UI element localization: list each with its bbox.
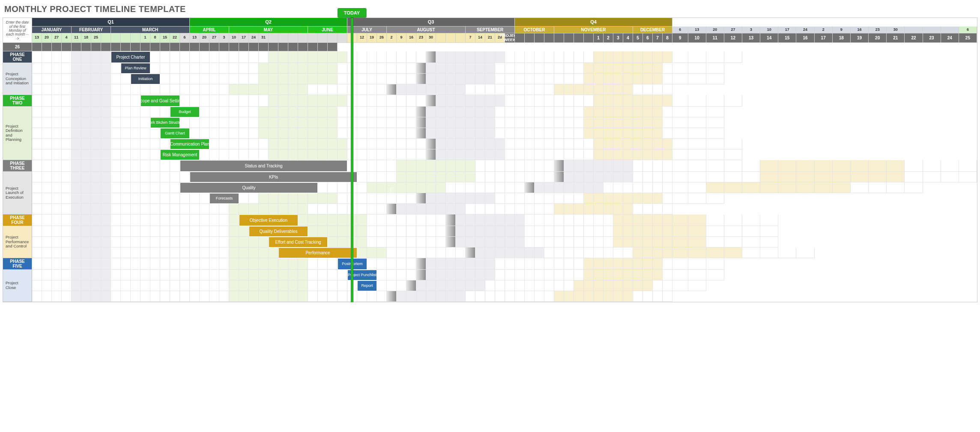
- grid-cell: [706, 247, 724, 258]
- grid-cell: [377, 193, 387, 204]
- grid-cell: [367, 172, 377, 182]
- grid-cell: [495, 149, 505, 160]
- grid-cell: [446, 95, 456, 107]
- grid-cell: [495, 74, 505, 84]
- grid-cell: [613, 237, 623, 247]
- grid-cell: [663, 247, 672, 258]
- grid-cell: [328, 226, 338, 237]
- grid-cell: [663, 63, 672, 74]
- grid-cell: [180, 84, 190, 95]
- task-bar[interactable]: Performance: [279, 248, 357, 258]
- month-header: AUGUST: [387, 27, 466, 33]
- task-bar[interactable]: Forecasts: [210, 194, 239, 203]
- grid-cell: [456, 51, 466, 63]
- grid-cell: [446, 182, 456, 193]
- task-bar[interactable]: Communication Plan: [170, 139, 209, 149]
- grid-cell: [466, 215, 475, 226]
- grid-cell: [653, 291, 663, 302]
- grid-cell: [308, 95, 318, 107]
- grid-cell: [564, 226, 574, 237]
- grid-cell: [308, 270, 318, 280]
- grid-cell: [338, 117, 347, 128]
- grid-cell: [32, 160, 42, 172]
- grid-cell: [131, 291, 140, 302]
- task-bar[interactable]: Project Charter: [111, 52, 150, 63]
- task-bar[interactable]: Scope and Goal Setting: [141, 95, 179, 106]
- grid-cell: [338, 51, 347, 63]
- day-header: 8: [150, 33, 160, 43]
- grid-cell: [229, 247, 239, 258]
- month-header: SEPTEMBER: [466, 27, 515, 33]
- grid-cell: [633, 95, 643, 107]
- grid-cell: [259, 280, 269, 291]
- grid-cell: [760, 172, 778, 182]
- task-bar[interactable]: Plan Review: [121, 63, 150, 73]
- grid-cell: [338, 193, 347, 204]
- task-bar[interactable]: Effort and Cost Tracking: [269, 237, 327, 247]
- grid-cell: [269, 204, 278, 215]
- project-week-cell: [328, 43, 338, 51]
- grid-cell: [564, 128, 574, 139]
- grid-cell: [466, 117, 475, 128]
- grid-cell: [180, 63, 190, 74]
- grid-cell: [308, 204, 318, 215]
- task-bar[interactable]: Report: [358, 281, 376, 291]
- grid-cell: [594, 107, 604, 117]
- grid-cell: [869, 160, 887, 172]
- grid-cell: [426, 84, 436, 95]
- task-bar[interactable]: Work Bkdwn Structure: [151, 118, 179, 128]
- task-bar[interactable]: Risk Management: [161, 150, 199, 160]
- grid-cell: [81, 95, 91, 107]
- grid-cell: [52, 51, 62, 63]
- grid-cell: [288, 128, 298, 139]
- grid-cell: [239, 280, 249, 291]
- grid-cell: [653, 149, 663, 160]
- grid-cell: [604, 291, 613, 302]
- grid-cell: [239, 74, 249, 84]
- grid-cell: [416, 74, 426, 84]
- grid-cell: [190, 84, 200, 95]
- grid-cell: [706, 172, 724, 182]
- grid-cell: [456, 204, 466, 215]
- grid-cell: [778, 247, 796, 258]
- project-week-cell: 12: [724, 33, 742, 43]
- grid-cell: [594, 172, 604, 182]
- task-bar[interactable]: Quality Deliverables: [249, 226, 308, 236]
- grid-cell: [525, 51, 535, 63]
- grid-cell: [574, 215, 584, 226]
- grid-cell: [535, 117, 544, 128]
- grid-cell: [633, 193, 643, 204]
- grid-cell: [180, 204, 190, 215]
- grid-cell: [239, 84, 249, 95]
- grid-cell: [594, 51, 604, 63]
- day-header: 17: [239, 33, 249, 43]
- project-week-cell: [42, 43, 52, 51]
- grid-cell: [406, 193, 416, 204]
- phase-header: PHASE THREE: [3, 160, 32, 172]
- project-week-cell: [308, 43, 318, 51]
- grid-cell: [52, 258, 62, 270]
- task-bar[interactable]: Quality: [180, 183, 317, 193]
- grid-cell: [278, 280, 288, 291]
- grid-cell: [594, 204, 604, 215]
- grid-cell: [456, 247, 466, 258]
- task-bar[interactable]: Gantt Chart: [161, 128, 189, 138]
- grid-cell: [91, 95, 101, 107]
- grid-cell: [633, 291, 643, 302]
- grid-cell: [249, 237, 259, 247]
- task-bar[interactable]: Initiation: [131, 74, 160, 84]
- grid-cell: [377, 160, 387, 172]
- grid-cell: [101, 117, 111, 128]
- grid-cell: [535, 247, 544, 258]
- grid-cell: [485, 215, 495, 226]
- task-bar[interactable]: Objective Execution: [239, 215, 298, 226]
- task-bar[interactable]: KPIs: [190, 172, 357, 182]
- grid-cell: [554, 139, 564, 149]
- grid-cell: [42, 291, 52, 302]
- grid-cell: [150, 84, 160, 95]
- grid-cell: [643, 215, 653, 226]
- task-bar[interactable]: Budget: [170, 107, 199, 117]
- task-bar[interactable]: Status and Tracking: [180, 161, 347, 171]
- grid-cell: [170, 226, 180, 237]
- grid-cell: [544, 204, 554, 215]
